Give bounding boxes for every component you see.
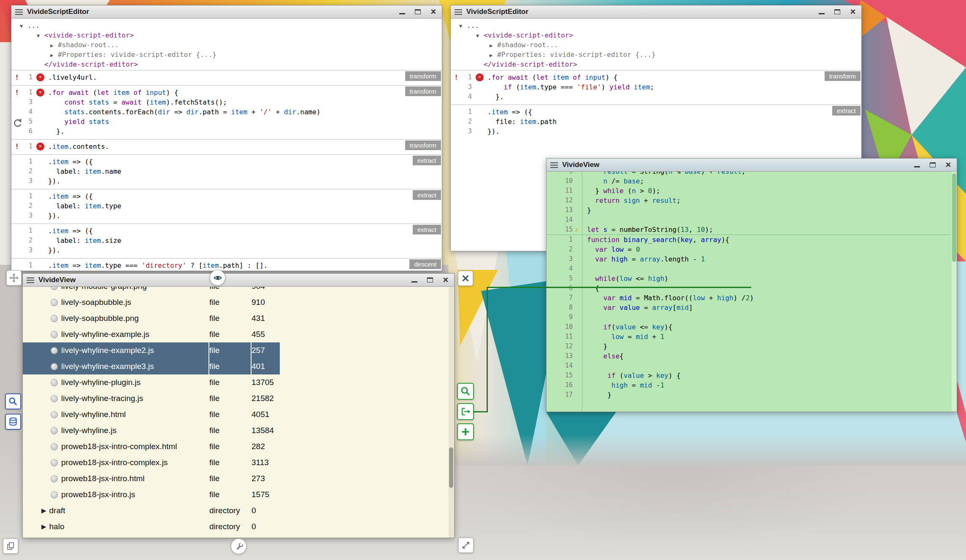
collapse-arrow-icon[interactable]: ▼ [37, 32, 44, 40]
file-row[interactable]: proweb18-jsx-intro.jsfile1575 [23, 487, 454, 503]
code-line[interactable]: !1×.for await (let item of input) { [451, 73, 861, 82]
code-editor[interactable]: 9 result = String(n % base) + result;10 … [547, 172, 951, 412]
maximize-button[interactable] [833, 7, 842, 16]
tree-node[interactable]: ▼<vivide-script-editor> [11, 31, 442, 40]
script-step[interactable]: extract1.item => ({2 label: item.name3})… [11, 154, 442, 189]
expand-arrow-icon[interactable]: ▶ [490, 51, 497, 60]
scrollbar-thumb[interactable] [952, 173, 956, 262]
undo-icon[interactable] [13, 118, 23, 128]
tree-node[interactable]: ▶#shadow-root... [451, 40, 861, 50]
file-row[interactable]: lively-soapbubble.jsfile910 [23, 294, 454, 310]
script-step[interactable]: extract1.item => ({2 label: item.type3})… [11, 189, 442, 223]
maximize-button[interactable] [928, 160, 937, 170]
code-line[interactable]: 10 if(value <= key){ [547, 322, 951, 332]
script-step[interactable]: extract1.item => ({2 file: item.path3}). [451, 105, 861, 139]
tree-node[interactable]: ▼<vivide-script-editor> [451, 31, 861, 40]
expand-arrow-icon[interactable]: ▶ [50, 51, 58, 60]
directory-row[interactable]: ▶draftdirectory0 [23, 503, 454, 519]
tree-node[interactable]: ▶#Properties: vivide-script-editor {...} [451, 50, 861, 60]
maximize-button[interactable] [413, 7, 422, 16]
script-step[interactable]: transform!1×.item.contents. [11, 139, 442, 154]
close-button[interactable]: × [429, 7, 438, 16]
file-row[interactable]: lively-whyline.jsfile13584 [23, 423, 454, 439]
file-row[interactable]: proweb18-jsx-intro.htmlfile273 [23, 471, 454, 487]
minimize-button[interactable] [912, 160, 922, 170]
code-line[interactable]: 6 }. [11, 127, 442, 136]
code-line[interactable]: 5 yield stats [11, 117, 442, 127]
script-step[interactable]: transform!1×.for await (let item of inpu… [451, 70, 861, 105]
code-line[interactable]: !1×.lively4url. [11, 73, 442, 82]
resize-handle[interactable] [458, 538, 474, 553]
code-line[interactable]: 1.item => ({ [11, 226, 442, 236]
menu-icon[interactable] [27, 277, 34, 283]
file-row[interactable]: lively-whyline-example.jsfile455 [23, 326, 454, 342]
code-line[interactable]: 2 label: item.name [11, 167, 442, 176]
file-row[interactable]: proweb18-jsx-intro-complex.jsfile3113 [23, 455, 454, 471]
code-line[interactable]: 9 [547, 312, 951, 322]
menu-icon[interactable] [455, 9, 462, 15]
tree-node[interactable]: </vivide-script-editor> [451, 60, 861, 69]
file-row[interactable]: file331 [23, 535, 454, 538]
halo-close-button[interactable] [458, 271, 473, 286]
code-line[interactable]: 14 [547, 215, 951, 225]
code-line[interactable]: 2 file: item.path [451, 117, 861, 127]
code-line[interactable]: 2 label: item.type [11, 201, 442, 211]
vertical-scrollbar[interactable] [449, 287, 454, 538]
file-row[interactable]: lively-whyline-example3.jsfile401 [23, 358, 454, 374]
file-row[interactable]: lively-whyline-example2.jsfile257 [23, 342, 454, 358]
code-line[interactable]: 10 n /= base; [547, 176, 951, 186]
code-line[interactable]: 3}). [11, 245, 442, 255]
titlebar[interactable]: VivideView × [23, 274, 454, 287]
minimize-button[interactable] [817, 7, 826, 16]
code-line[interactable]: 13 else{ [547, 351, 951, 361]
code-line[interactable]: 1.item => ({ [451, 107, 861, 117]
expand-arrow-icon[interactable]: ▶ [41, 523, 46, 530]
tree-node[interactable]: ▶#Properties: vivide-script-editor {...} [11, 50, 442, 60]
code-line[interactable]: 14 [547, 361, 951, 371]
code-line[interactable]: 15 if (value > key) { [547, 371, 951, 380]
code-line[interactable]: 2 var low = 0 [547, 245, 951, 254]
collapse-arrow-icon[interactable]: ▼ [476, 32, 484, 40]
close-button[interactable]: × [944, 160, 953, 170]
add-script-button[interactable] [457, 423, 474, 440]
eye-toggle-button[interactable] [210, 270, 225, 285]
file-row[interactable]: proweb18-jsx-intro-complex.htmlfile282 [23, 439, 454, 455]
code-line[interactable]: 5 while(low <= high) [547, 274, 951, 283]
code-line[interactable]: 4 }. [451, 92, 861, 102]
expand-arrow-icon[interactable]: ▶ [41, 507, 46, 514]
code-line[interactable]: 1.item => item.type === 'directory' ? [i… [11, 261, 442, 270]
menu-icon[interactable] [550, 162, 558, 168]
titlebar[interactable]: VivideScriptEditor × [451, 5, 861, 19]
scrollbar-thumb[interactable] [449, 447, 453, 488]
code-line[interactable]: 3 var high = array.length - 1 [547, 254, 951, 264]
code-line[interactable]: 17 } [547, 390, 951, 400]
file-row[interactable]: lively-soapbubble.pngfile431 [23, 310, 454, 326]
code-line[interactable]: 1.item => ({ [11, 157, 442, 167]
close-button[interactable]: × [848, 7, 858, 16]
code-line[interactable]: 12 return sign + result; [547, 196, 951, 205]
code-line[interactable]: 1function binary_search(key, array){ [547, 235, 951, 245]
data-source-button[interactable] [5, 414, 21, 430]
code-line[interactable]: 2 label: item.size [11, 236, 442, 245]
code-line[interactable]: 4 stats.contents.forEach(dir => dir.path… [11, 107, 442, 117]
code-line[interactable]: 13} [547, 205, 951, 215]
code-line[interactable]: 3 if (item.type === 'file') yield item; [451, 82, 861, 92]
titlebar[interactable]: VivideView × [547, 159, 957, 172]
menu-icon[interactable] [15, 9, 23, 15]
expand-arrow-icon[interactable]: ▶ [50, 41, 58, 50]
tree-node[interactable]: </vivide-script-editor> [11, 60, 442, 69]
code-line[interactable]: 6 { [547, 283, 951, 293]
code-line[interactable]: 4 [547, 264, 951, 274]
search-view-button[interactable] [5, 393, 21, 409]
code-line[interactable]: 3}). [11, 211, 442, 221]
script-step[interactable]: transform!1×.for await (let item of inpu… [11, 85, 442, 139]
close-button[interactable]: × [441, 275, 450, 285]
minimize-button[interactable] [398, 7, 407, 16]
code-line[interactable]: !1×.item.contents. [11, 142, 442, 151]
tree-node[interactable]: ▼... [451, 21, 861, 31]
file-row[interactable]: lively-whyline-plugin.jsfile13705 [23, 374, 454, 390]
vertical-scrollbar[interactable] [952, 172, 957, 412]
script-step[interactable]: transform!1×.lively4url. [11, 70, 442, 85]
inspect-button[interactable] [457, 383, 474, 400]
tree-node[interactable]: ▼... [11, 21, 442, 31]
